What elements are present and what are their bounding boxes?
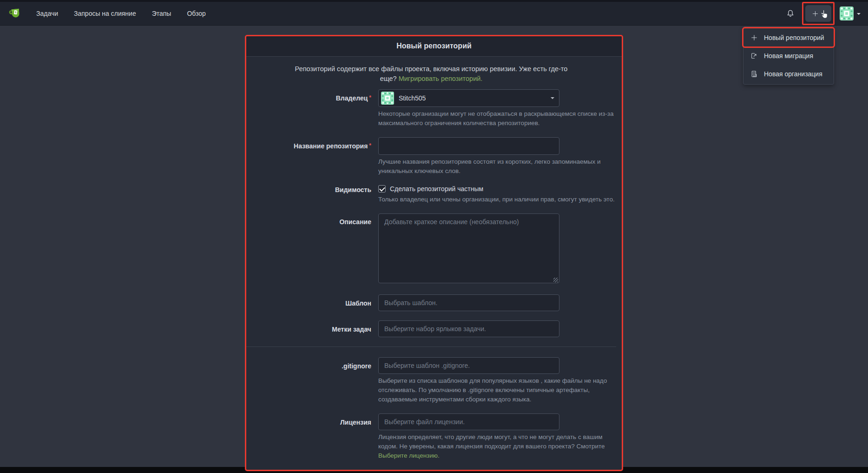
license-select-input[interactable] — [378, 413, 559, 430]
organization-icon — [750, 70, 758, 78]
repo-name-help: Лучшие названия репозиториев состоят из … — [378, 157, 615, 176]
repo-name-input[interactable] — [378, 137, 559, 155]
chevron-down-icon — [821, 13, 825, 17]
menu-item-label: Новый репозиторий — [764, 34, 824, 41]
owner-row: Владелец — [246, 89, 616, 128]
nav-item-explore[interactable]: Обзор — [187, 10, 205, 17]
license-row: Лицензия Лицензия определяет, что другие… — [246, 413, 616, 460]
private-repo-checkbox-label[interactable]: Сделать репозиторий частным — [390, 185, 483, 193]
menu-item-new-repository[interactable]: Новый репозиторий — [743, 28, 834, 47]
chevron-down-icon — [551, 97, 554, 101]
owner-label: Владелец — [246, 89, 371, 128]
create-new-button[interactable] — [805, 5, 831, 22]
plus-icon — [812, 10, 819, 17]
menu-item-label: Новая миграция — [764, 52, 813, 60]
migrate-repository-link[interactable]: Мигрировать репозиторий. — [399, 75, 483, 82]
license-help-text: Лицензия определяет, что другие люди мог… — [378, 433, 605, 450]
form-body: Репозиторий содержит все файлы проекта, … — [246, 57, 622, 460]
issue-labels-row: Метки задач — [246, 320, 616, 337]
form-divider — [246, 346, 616, 347]
gitignore-row: .gitignore Выберите из списка шаблонов д… — [246, 357, 616, 404]
owner-avatar — [381, 92, 394, 105]
nav-item-pull-requests[interactable]: Запросы на слияние — [74, 10, 136, 17]
menu-item-new-organization[interactable]: Новая организация — [743, 65, 834, 83]
create-menu-dropdown: Новый репозиторий Новая миграция Новая о… — [743, 27, 834, 85]
notifications-bell-icon[interactable] — [786, 9, 795, 18]
menu-item-label: Новая организация — [764, 70, 822, 78]
create-new-button-wrap — [805, 5, 831, 22]
repo-name-row: Название репозитория Лучшие названия реп… — [246, 137, 616, 176]
owner-help: Некоторые организации могут не отображат… — [378, 109, 615, 128]
owner-select[interactable]: Stitch505 — [378, 89, 559, 107]
repo-name-label: Название репозитория — [246, 137, 371, 176]
plus-icon — [750, 34, 758, 41]
migration-icon — [750, 52, 758, 60]
visibility-label: Видимость — [246, 185, 371, 204]
license-help: Лицензия определяет, что другие люди мог… — [378, 433, 615, 460]
nav-item-milestones[interactable]: Этапы — [152, 10, 171, 17]
issue-labels-label: Метки задач — [246, 320, 371, 337]
template-row: Шаблон — [246, 294, 616, 311]
template-label: Шаблон — [246, 294, 371, 311]
private-repo-checkbox[interactable] — [378, 185, 386, 193]
template-select-input[interactable] — [378, 294, 559, 311]
menu-item-new-migration[interactable]: Новая миграция — [743, 47, 834, 65]
license-label: Лицензия — [246, 413, 371, 460]
description-textarea[interactable] — [378, 213, 559, 283]
gitignore-select-input[interactable] — [378, 357, 559, 374]
new-repository-form-panel: Новый репозиторий Репозиторий содержит в… — [245, 35, 623, 471]
navbar-right — [786, 5, 861, 22]
nav-item-issues[interactable]: Задачи — [36, 10, 58, 17]
description-row: Описание — [246, 213, 616, 285]
form-intro: Репозиторий содержит все файлы проекта, … — [287, 64, 575, 84]
issue-labels-select-input[interactable] — [378, 320, 559, 337]
visibility-help: Только владелец или члены организации, п… — [378, 195, 615, 204]
gitignore-help: Выберите из списка шаблонов для популярн… — [378, 376, 615, 404]
user-avatar[interactable] — [840, 7, 854, 20]
textarea-resize-handle[interactable] — [553, 278, 558, 282]
user-menu-chevron-down-icon[interactable] — [857, 13, 861, 17]
description-label: Описание — [246, 213, 371, 285]
visibility-row: Видимость Сделать репозиторий частным То… — [246, 185, 616, 204]
form-title: Новый репозиторий — [246, 36, 622, 57]
gitignore-label: .gitignore — [246, 357, 371, 404]
choose-license-link[interactable]: Выберите лицензию. — [378, 452, 440, 459]
top-navbar: Задачи Запросы на слияние Этапы Обзор — [0, 2, 868, 26]
gitea-logo[interactable] — [8, 7, 23, 20]
primary-nav: Задачи Запросы на слияние Этапы Обзор — [36, 10, 206, 17]
owner-value: Stitch505 — [399, 94, 551, 102]
